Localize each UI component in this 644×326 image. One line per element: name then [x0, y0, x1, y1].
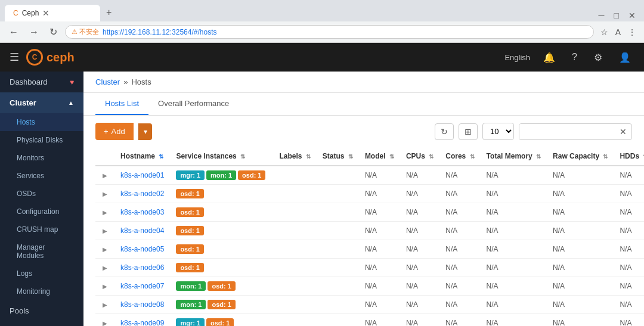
reload-btn[interactable]: ↻ [47, 25, 60, 39]
table-row: ▶k8s-a-node09mgr: 1osd: 1N/AN/AN/AN/AN/A… [95, 314, 644, 327]
user-btn[interactable]: 👤 [615, 49, 634, 66]
add-dropdown-btn[interactable]: ▾ [138, 123, 152, 140]
sidebar-item-services[interactable]: Services [0, 167, 83, 185]
row-2-expand-btn[interactable]: ▶ [101, 208, 109, 217]
dashboard-label: Dashboard [10, 77, 48, 86]
bookmark-btn[interactable]: ☆ [599, 26, 610, 39]
row-3-raw_capacity: N/A [547, 222, 614, 240]
back-btn[interactable]: ← [6, 26, 21, 39]
row-2-hostname: k8s-a-node03 [114, 203, 170, 222]
refresh-btn[interactable]: ↻ [435, 123, 454, 140]
table-container: Hostname ⇅ Service Instances ⇅ Labels ⇅ [83, 147, 644, 326]
sidebar-item-osds[interactable]: OSDs [0, 185, 83, 203]
notifications-btn[interactable]: 🔔 [540, 49, 559, 66]
row-6-total_memory: N/A [481, 277, 547, 296]
row-8-total_memory: N/A [481, 314, 547, 327]
address-bar[interactable]: ⚠ 不安全 https://192.168.11.12:32564/#/host… [65, 25, 594, 39]
sidebar-item-manager-modules[interactable]: Manager Modules [0, 238, 83, 265]
tab-close-btn[interactable]: ✕ [42, 8, 49, 18]
row-3-badge-osd: osd: 1 [176, 226, 203, 235]
tab-title: Ceph [22, 9, 39, 17]
new-tab-btn[interactable]: + [100, 4, 117, 21]
col-model[interactable]: Model ⇅ [359, 147, 400, 166]
row-4-labels [273, 240, 316, 259]
row-8-expand-btn[interactable]: ▶ [101, 319, 109, 327]
row-7-expand: ▶ [95, 296, 114, 314]
row-5-expand-btn[interactable]: ▶ [101, 263, 109, 272]
cluster-chevron: ▲ [68, 100, 74, 106]
sidebar-item-pools[interactable]: Pools [0, 300, 83, 321]
active-browser-tab[interactable]: C Ceph ✕ [5, 5, 100, 21]
hamburger-icon[interactable]: ☰ [10, 51, 19, 64]
row-2-cores: N/A [439, 203, 480, 222]
maximize-btn[interactable]: □ [611, 10, 623, 21]
col-total-memory-label: Total Memory [487, 152, 532, 160]
breadcrumb-page: Hosts [131, 77, 151, 86]
close-btn[interactable]: ✕ [625, 10, 639, 21]
row-4-expand-btn[interactable]: ▶ [101, 245, 109, 254]
row-6-badge-mon: mon: 1 [176, 281, 206, 291]
window-controls: ─ □ ✕ [595, 10, 639, 21]
row-0-expand: ▶ [95, 166, 114, 185]
ceph-favicon: C [13, 9, 18, 17]
tab-overall-performance[interactable]: Overall Performance [148, 93, 239, 115]
col-status-label: Status [323, 152, 345, 160]
col-total-memory[interactable]: Total Memory ⇅ [481, 147, 547, 166]
sidebar-item-hosts[interactable]: Hosts [0, 113, 83, 131]
columns-btn[interactable]: ⊞ [459, 123, 478, 140]
sidebar-item-logs[interactable]: Logs [0, 265, 83, 282]
row-6-expand-btn[interactable]: ▶ [101, 282, 109, 291]
table-row: ▶k8s-a-node03osd: 1N/AN/AN/AN/AN/AN/AN/A… [95, 203, 644, 222]
row-4-cores: N/A [439, 240, 480, 259]
per-page-select[interactable]: 10 25 50 [482, 123, 514, 140]
sidebar-item-crush-map[interactable]: CRUSH map [0, 221, 83, 238]
sidebar-item-physical-disks[interactable]: Physical Disks [0, 131, 83, 149]
sidebar-item-dashboard[interactable]: Dashboard ♥ [0, 72, 83, 92]
col-raw-capacity[interactable]: Raw Capacity ⇅ [547, 147, 614, 166]
row-6-labels [273, 277, 316, 296]
forward-btn[interactable]: → [26, 26, 42, 39]
breadcrumb-cluster-link[interactable]: Cluster [95, 77, 120, 86]
row-8-cores: N/A [439, 314, 480, 327]
sidebar-item-configuration[interactable]: Configuration [0, 203, 83, 221]
row-4-total_memory: N/A [481, 240, 547, 259]
row-7-expand-btn[interactable]: ▶ [101, 300, 109, 309]
col-cpus[interactable]: CPUs ⇅ [400, 147, 439, 166]
search-clear-btn[interactable]: ✕ [615, 124, 631, 139]
col-cores-label: Cores [445, 152, 466, 160]
extensions-btn[interactable]: ⋮ [626, 26, 638, 39]
add-button[interactable]: + Add [95, 123, 134, 140]
col-hostname[interactable]: Hostname ⇅ [114, 147, 170, 166]
col-cores[interactable]: Cores ⇅ [439, 147, 480, 166]
col-labels[interactable]: Labels ⇅ [273, 147, 316, 166]
row-6-hdds: N/A [614, 277, 644, 296]
language-selector[interactable]: English [504, 53, 530, 62]
sidebar-item-monitoring[interactable]: Monitoring [0, 282, 83, 300]
col-cores-sort-icon: ⇅ [470, 153, 475, 160]
row-0-badge-mon: mon: 1 [206, 170, 236, 180]
tab-hosts-list[interactable]: Hosts List [95, 93, 148, 115]
col-service-instances[interactable]: Service Instances ⇅ [170, 147, 273, 166]
row-0-expand-btn[interactable]: ▶ [101, 171, 109, 180]
profile-btn[interactable]: A [614, 26, 623, 39]
hosts-table: Hostname ⇅ Service Instances ⇅ Labels ⇅ [95, 147, 644, 326]
col-hdds[interactable]: HDDs ⇅ [614, 147, 644, 166]
row-1-badge-osd: osd: 1 [176, 189, 203, 198]
minimize-btn[interactable]: ─ [595, 10, 608, 21]
osds-label: OSDs [17, 190, 36, 198]
help-btn[interactable]: ? [568, 49, 581, 65]
row-1-expand: ▶ [95, 185, 114, 203]
search-input[interactable] [519, 124, 615, 139]
security-warning: ⚠ 不安全 [72, 27, 99, 36]
settings-btn[interactable]: ⚙ [590, 49, 606, 66]
row-3-expand-btn[interactable]: ▶ [101, 226, 109, 235]
row-0-status [317, 166, 359, 185]
row-1-expand-btn[interactable]: ▶ [101, 190, 109, 198]
top-navbar: ☰ C ceph English 🔔 ? ⚙ 👤 [0, 43, 644, 72]
col-status[interactable]: Status ⇅ [317, 147, 359, 166]
col-labels-sort-icon: ⇅ [306, 153, 311, 160]
browser-chrome: C Ceph ✕ + ─ □ ✕ [0, 0, 644, 21]
sidebar-item-block[interactable]: Block ▶ [0, 321, 83, 326]
sidebar-cluster-section[interactable]: Cluster ▲ [0, 92, 83, 113]
sidebar-item-monitors[interactable]: Monitors [0, 149, 83, 167]
